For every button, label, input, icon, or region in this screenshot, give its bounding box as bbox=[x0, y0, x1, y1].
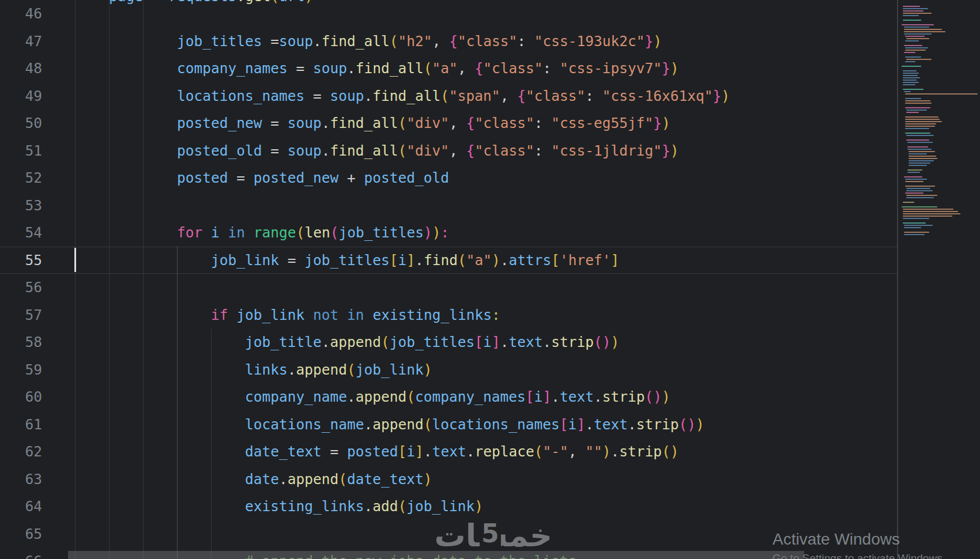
code-line[interactable]: 64 existing_links.add(job_link) bbox=[0, 493, 897, 520]
minimap-line bbox=[902, 167, 978, 168]
minimap-line bbox=[902, 63, 978, 65]
line-number[interactable]: 65 bbox=[0, 520, 42, 548]
minimap-line bbox=[909, 163, 930, 164]
minimap-line bbox=[902, 137, 978, 138]
minimap-line bbox=[902, 114, 978, 115]
code-line[interactable]: 57 if job_link not in existing_links: bbox=[0, 301, 897, 329]
code-line[interactable]: 61 locations_name.append(locations_names… bbox=[0, 411, 897, 439]
minimap-line bbox=[906, 197, 934, 198]
code-line[interactable]: 56 bbox=[0, 274, 897, 301]
code-line[interactable]: 63 date.append(date_text) bbox=[0, 466, 897, 493]
minimap-line bbox=[905, 93, 978, 95]
code-line[interactable]: 62 date_text = posted[i].text.replace("-… bbox=[0, 438, 897, 466]
minimap-line bbox=[903, 70, 917, 71]
minimap-line bbox=[902, 68, 978, 69]
minimap-line bbox=[903, 15, 919, 16]
minimap-line bbox=[907, 149, 932, 150]
line-number[interactable]: 54 bbox=[0, 219, 42, 247]
khamsat-watermark: خمسات 5 bbox=[431, 518, 552, 554]
minimap-line bbox=[903, 211, 958, 212]
minimap-line bbox=[905, 103, 932, 104]
minimap-line bbox=[905, 107, 930, 108]
minimap-line bbox=[902, 54, 978, 55]
code-line[interactable]: 46 bbox=[0, 0, 897, 28]
code-text: locations_names = soup.find_all("span", … bbox=[75, 82, 730, 110]
minimap-line bbox=[909, 156, 936, 157]
minimap-line bbox=[904, 33, 932, 35]
code-line[interactable]: 47 job_titles =soup.find_all("h2", {"cla… bbox=[0, 28, 897, 55]
minimap-line bbox=[906, 139, 929, 141]
minimap-line bbox=[906, 195, 937, 196]
line-number[interactable]: 55 bbox=[0, 247, 42, 274]
code-line[interactable]: 58 job_title.append(job_titles[i].text.s… bbox=[0, 328, 897, 356]
line-number[interactable]: 47 bbox=[0, 28, 42, 55]
line-number[interactable]: 60 bbox=[0, 383, 42, 411]
code-line[interactable]: 60 company_name.append(company_names[i].… bbox=[0, 383, 897, 411]
line-number[interactable]: 50 bbox=[0, 109, 42, 137]
minimap-line bbox=[905, 40, 919, 41]
minimap-line bbox=[902, 204, 978, 205]
minimap-line bbox=[909, 151, 935, 152]
minimap-line bbox=[906, 112, 919, 113]
minimap-line bbox=[902, 144, 978, 145]
line-number[interactable]: 62 bbox=[0, 438, 42, 466]
code-line[interactable]: 52 posted = posted_new + posted_old bbox=[0, 164, 897, 192]
minimap-line bbox=[903, 84, 915, 85]
minimap-line bbox=[903, 82, 919, 83]
minimap-line bbox=[903, 8, 928, 9]
minimap-line bbox=[909, 153, 927, 154]
minimap-line bbox=[903, 202, 914, 203]
minimap-line bbox=[909, 160, 934, 161]
code-line[interactable]: 55 job_link = job_titles[i].find("a").at… bbox=[0, 247, 897, 274]
code-line[interactable]: 59 links.append(job_link) bbox=[0, 356, 897, 384]
line-number[interactable]: 63 bbox=[0, 466, 42, 493]
code-text: job_titles =soup.find_all("h2", {"class"… bbox=[75, 28, 662, 55]
code-text: date.append(date_text) bbox=[75, 466, 432, 493]
code-line[interactable]: 50 posted_new = soup.find_all("div", {"c… bbox=[0, 109, 897, 137]
minimap-line bbox=[902, 105, 978, 106]
minimap-line bbox=[907, 169, 922, 171]
minimap-line bbox=[903, 10, 924, 12]
line-number[interactable]: 48 bbox=[0, 55, 42, 82]
minimap-line bbox=[905, 50, 926, 51]
line-number[interactable]: 52 bbox=[0, 164, 42, 192]
minimap-line bbox=[903, 6, 920, 7]
khamsat-five: 5 bbox=[480, 519, 501, 548]
code-text: locations_name.append(locations_names[i]… bbox=[75, 411, 704, 439]
minimap-line bbox=[902, 206, 937, 207]
minimap-line bbox=[904, 176, 922, 177]
line-number[interactable]: 56 bbox=[0, 274, 42, 301]
line-number[interactable]: 61 bbox=[0, 411, 42, 439]
line-number[interactable]: 53 bbox=[0, 192, 42, 220]
line-number[interactable]: 51 bbox=[0, 137, 42, 165]
line-number[interactable]: 66 bbox=[0, 547, 42, 559]
minimap-line bbox=[907, 142, 933, 143]
line-number[interactable]: 64 bbox=[0, 493, 42, 520]
minimap-line bbox=[907, 146, 928, 148]
code-line[interactable]: 53 bbox=[0, 192, 897, 220]
minimap-line bbox=[905, 126, 935, 127]
minimap-line bbox=[902, 174, 978, 175]
line-number[interactable]: 57 bbox=[0, 301, 42, 329]
minimap-line bbox=[905, 192, 924, 194]
minimap-line bbox=[905, 56, 921, 58]
minimap-line bbox=[904, 234, 925, 235]
code-line[interactable]: 48 company_names = soup.find_all("a", {"… bbox=[0, 55, 897, 82]
minimap-line bbox=[905, 121, 942, 122]
code-line[interactable]: 51 posted_old = soup.find_all("div", {"c… bbox=[0, 137, 897, 165]
minimap-line bbox=[904, 232, 929, 233]
code-line[interactable]: 49 locations_names = soup.find_all("span… bbox=[0, 82, 897, 110]
line-number[interactable]: 46 bbox=[0, 0, 42, 28]
line-number[interactable]: 59 bbox=[0, 356, 42, 384]
code-text: if job_link not in existing_links: bbox=[75, 301, 500, 329]
code-editor: page = requests.get(url)4647 job_titles … bbox=[0, 0, 980, 559]
minimap-line bbox=[904, 45, 922, 46]
minimap-line bbox=[903, 75, 918, 76]
line-number[interactable]: 58 bbox=[0, 328, 42, 356]
minimap-line bbox=[904, 27, 929, 28]
minimap[interactable] bbox=[902, 6, 978, 232]
code-line[interactable]: 54 for i in range(len(job_titles)): bbox=[0, 219, 897, 247]
line-number[interactable]: 49 bbox=[0, 82, 42, 110]
code-text: job_title.append(job_titles[i].text.stri… bbox=[75, 328, 619, 356]
code-text: posted_old = soup.find_all("div", {"clas… bbox=[75, 137, 679, 165]
